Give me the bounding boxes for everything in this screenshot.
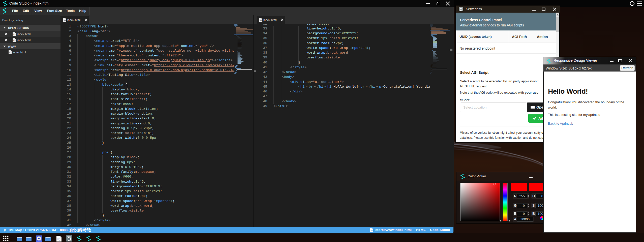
svg-text:▾: ▾: [9, 52, 10, 54]
svg-text:<>: <>: [64, 19, 66, 21]
svg-text:<>: <>: [260, 19, 262, 21]
svg-text:<>: <>: [13, 33, 15, 35]
svg-text:<>: <>: [13, 40, 15, 41]
svg-text:<>: <>: [371, 230, 373, 232]
